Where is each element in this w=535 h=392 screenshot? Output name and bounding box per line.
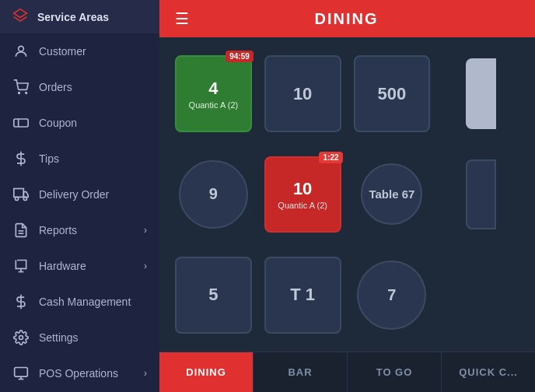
- sidebar-label-tips: Tips: [39, 152, 59, 165]
- table-grid: 94:59 4 Quantic A (2) 10 500 9: [159, 37, 535, 352]
- tab-to-go[interactable]: TO GO: [348, 352, 442, 392]
- svg-point-9: [23, 197, 26, 200]
- svg-point-1: [19, 46, 24, 51]
- partial-table-2: [466, 159, 497, 230]
- svg-rect-4: [14, 119, 28, 127]
- reports-icon: [12, 222, 30, 239]
- table-4-number: 4: [208, 79, 218, 99]
- svg-rect-16: [15, 368, 28, 377]
- sidebar-item-coupon[interactable]: Coupon: [0, 105, 159, 141]
- hardware-chevron-icon: ›: [144, 261, 147, 271]
- sidebar-item-settings[interactable]: Settings: [0, 320, 159, 355]
- table-9[interactable]: 9: [179, 160, 248, 229]
- tab-to-go-label: TO GO: [376, 366, 413, 378]
- table-7[interactable]: 7: [357, 261, 426, 330]
- header-title: DINING: [201, 10, 491, 28]
- sidebar-item-orders[interactable]: Orders: [0, 69, 159, 105]
- pos-chevron-icon: ›: [144, 368, 147, 379]
- table-10b-sublabel: Quantic A (2): [278, 201, 327, 210]
- sidebar-item-customer[interactable]: Customer: [0, 33, 159, 69]
- table-t1-number: T 1: [290, 285, 315, 305]
- table-cell-empty: [442, 251, 519, 339]
- svg-point-2: [19, 93, 20, 94]
- cash-icon: [12, 293, 30, 310]
- table-10a-number: 10: [293, 84, 312, 104]
- header: ☰ DINING: [159, 0, 535, 37]
- tab-bar[interactable]: BAR: [254, 352, 348, 392]
- table-500[interactable]: 500: [354, 55, 431, 132]
- layers-icon: [12, 8, 28, 26]
- table-67-number: Table 67: [369, 187, 414, 201]
- partial-table-1: [466, 58, 497, 129]
- table-cell-10a[interactable]: 10: [264, 50, 341, 138]
- table-cell-t1[interactable]: T 1: [264, 251, 341, 339]
- tab-quick-label: QUICK C...: [459, 366, 518, 378]
- tab-bar-label: BAR: [288, 366, 312, 378]
- sidebar-label-coupon: Coupon: [39, 117, 77, 129]
- table-67[interactable]: Table 67: [361, 163, 422, 225]
- timer-badge-4: 94:59: [226, 51, 254, 62]
- sidebar-label-pos: POS Operations: [39, 367, 118, 380]
- table-7-number: 7: [387, 286, 396, 304]
- table-t1[interactable]: T 1: [264, 257, 341, 334]
- customer-icon: [12, 43, 30, 60]
- service-areas-label: Service Areas: [37, 11, 109, 23]
- table-10a[interactable]: 10: [264, 55, 341, 132]
- reports-chevron-icon: ›: [144, 225, 147, 236]
- sidebar-item-hardware[interactable]: Hardware ›: [0, 248, 159, 284]
- hamburger-button[interactable]: ☰: [175, 9, 189, 28]
- sidebar-item-tips[interactable]: Tips: [0, 141, 159, 177]
- table-5[interactable]: 5: [175, 257, 252, 334]
- hardware-icon: [12, 257, 30, 275]
- sidebar-label-customer: Customer: [39, 45, 86, 58]
- tab-dining-label: DINING: [186, 366, 226, 378]
- table-9-number: 9: [209, 185, 218, 203]
- table-cell-10b[interactable]: 1:22 10 Quantic A (2): [264, 150, 341, 238]
- coupon-icon: [12, 114, 30, 131]
- sidebar-service-areas[interactable]: Service Areas: [0, 0, 159, 33]
- sidebar-label-hardware: Hardware: [39, 260, 86, 272]
- sidebar-item-pos-operations[interactable]: POS Operations ›: [0, 355, 159, 391]
- sidebar-item-reports[interactable]: Reports ›: [0, 212, 159, 248]
- sidebar: Service Areas Customer Orders Coupon: [0, 0, 159, 392]
- table-4-sublabel: Quantic A (2): [189, 100, 239, 110]
- table-cell-partial-2: [442, 150, 519, 238]
- svg-point-15: [19, 336, 23, 340]
- tips-icon: [12, 150, 30, 167]
- sidebar-item-cash-management[interactable]: Cash Management: [0, 284, 159, 320]
- sidebar-label-settings: Settings: [39, 331, 79, 344]
- timer-badge-10b: 1:22: [319, 152, 342, 163]
- table-cell-500[interactable]: 500: [354, 50, 431, 138]
- table-cell-partial-1: [442, 50, 519, 138]
- main-content: ☰ DINING 94:59 4 Quantic A (2) 10 500: [159, 0, 535, 392]
- settings-icon: [12, 329, 30, 346]
- table-10b-number: 10: [293, 179, 312, 199]
- delivery-icon: [12, 186, 30, 203]
- table-4[interactable]: 94:59 4 Quantic A (2): [175, 55, 252, 132]
- svg-point-3: [26, 93, 27, 94]
- table-cell-4[interactable]: 94:59 4 Quantic A (2): [175, 50, 252, 138]
- svg-marker-0: [14, 9, 27, 18]
- svg-point-8: [16, 197, 19, 200]
- svg-rect-7: [14, 189, 23, 198]
- table-cell-7[interactable]: 7: [354, 251, 431, 339]
- sidebar-label-delivery: Delivery Order: [39, 188, 109, 201]
- table-500-number: 500: [378, 84, 407, 104]
- table-cell-67[interactable]: Table 67: [354, 150, 431, 238]
- pos-icon: [12, 365, 30, 382]
- bottom-tabs: DINING BAR TO GO QUICK C...: [159, 352, 535, 392]
- orders-icon: [12, 79, 30, 96]
- table-5-number: 5: [208, 285, 218, 305]
- sidebar-label-orders: Orders: [39, 81, 72, 93]
- sidebar-label-cash: Cash Management: [39, 296, 131, 308]
- tab-quick[interactable]: QUICK C...: [442, 352, 535, 392]
- table-cell-9[interactable]: 9: [175, 150, 252, 238]
- table-cell-5[interactable]: 5: [175, 251, 252, 339]
- tab-dining[interactable]: DINING: [159, 352, 254, 392]
- sidebar-label-reports: Reports: [39, 224, 77, 236]
- table-10b[interactable]: 1:22 10 Quantic A (2): [264, 156, 341, 233]
- sidebar-item-delivery-order[interactable]: Delivery Order: [0, 177, 159, 212]
